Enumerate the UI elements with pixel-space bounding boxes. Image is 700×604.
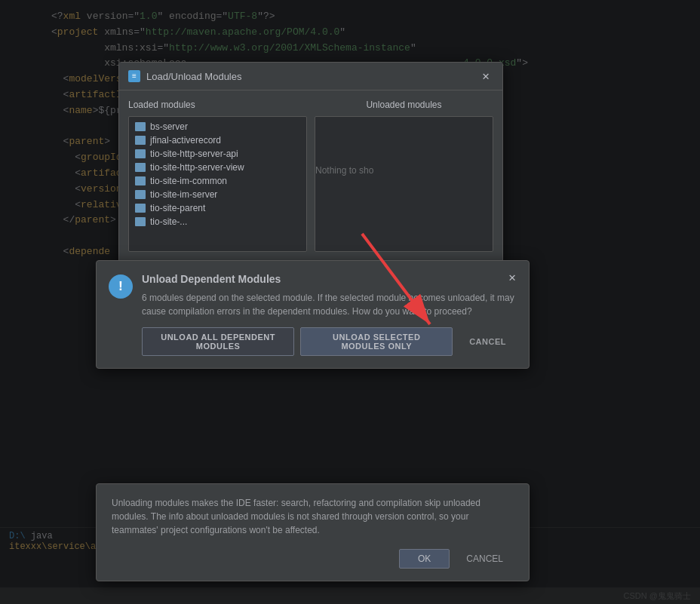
nothing-to-show-text: Nothing to sho [315,165,493,176]
unloaded-modules-panel: Unloaded modules Nothing to sho [315,100,493,252]
modules-dialog-title: Load/Unload Modules [146,71,241,82]
module-folder-icon [135,163,146,172]
loaded-modules-label: Loaded modules [128,100,307,110]
modules-dialog-close-button[interactable]: ✕ [478,69,493,84]
module-folder-icon [135,217,146,226]
module-name: tio-site-im-common [150,176,227,186]
dependent-dialog-content: Unload Dependent Modules 6 modules depen… [142,273,517,318]
dependent-dialog-close-button[interactable]: ✕ [505,270,520,285]
module-folder-icon [135,176,146,185]
unload-all-dependent-button[interactable]: UNLOAD ALL DEPENDENT MODULES [142,327,294,356]
dependent-dialog-header: ! Unload Dependent Modules 6 modules dep… [97,261,529,327]
dependent-dialog-buttons: UNLOAD ALL DEPENDENT MODULES UNLOAD SELE… [97,327,529,368]
module-item-jfinal[interactable]: jfinal-activerecord [129,133,306,147]
module-item-im-server[interactable]: tio-site-im-server [129,188,306,201]
module-name: tio-site-parent [150,203,205,213]
dependent-dialog-title: Unload Dependent Modules [142,273,517,285]
module-folder-icon [135,122,146,131]
dialog-modules-title-left: ≡ Load/Unload Modules [128,70,241,82]
module-item-bs-server[interactable]: bs-server [129,120,306,133]
module-folder-icon [135,204,146,213]
info-dialog-buttons: OK CANCEL [112,549,514,569]
module-name: tio-site-... [150,216,187,227]
module-name: tio-site-im-server [150,189,217,200]
module-name: jfinal-activerecord [150,135,221,146]
load-unload-modules-dialog: ≡ Load/Unload Modules ✕ Loaded modules b… [118,62,503,290]
module-item-parent[interactable]: tio-site-parent [129,201,306,215]
dependent-dialog-message: 6 modules depend on the selected module.… [142,291,517,318]
module-item-http-view[interactable]: tio-site-http-server-view [129,161,306,174]
module-folder-icon [135,149,146,158]
unload-selected-only-button[interactable]: UNLOAD SELECTED MODULES ONLY [300,327,453,356]
warning-icon: ! [109,274,133,299]
module-item-extra[interactable]: tio-site-... [129,215,306,228]
unloaded-modules-label: Unloaded modules [366,100,441,110]
module-name: bs-server [150,121,188,132]
unloaded-modules-list[interactable]: Nothing to sho [315,116,493,252]
module-name: tio-site-http-server-api [150,149,238,159]
dialog-modules-titlebar: ≡ Load/Unload Modules ✕ [119,63,502,90]
ok-button[interactable]: OK [399,549,450,569]
info-dialog-text: Unloading modules makes the IDE faster: … [112,496,514,537]
modules-dialog-body: Loaded modules bs-server jfinal-activere… [119,90,502,261]
modules-dialog-icon: ≡ [128,70,140,82]
loaded-modules-panel: Loaded modules bs-server jfinal-activere… [128,100,307,252]
module-folder-icon [135,190,146,199]
module-name: tio-site-http-server-view [150,162,244,173]
cancel-button[interactable]: CANCEL [456,549,514,569]
unload-dependent-dialog: ✕ ! Unload Dependent Modules 6 modules d… [96,260,530,369]
loaded-modules-list[interactable]: bs-server jfinal-activerecord tio-site-h… [128,116,307,252]
module-item-http-api[interactable]: tio-site-http-server-api [129,147,306,161]
dependent-cancel-button[interactable]: CANCEL [459,333,517,351]
module-item-im-common[interactable]: tio-site-im-common [129,174,306,188]
module-folder-icon [135,136,146,145]
info-dialog: Unloading modules makes the IDE faster: … [96,483,530,581]
